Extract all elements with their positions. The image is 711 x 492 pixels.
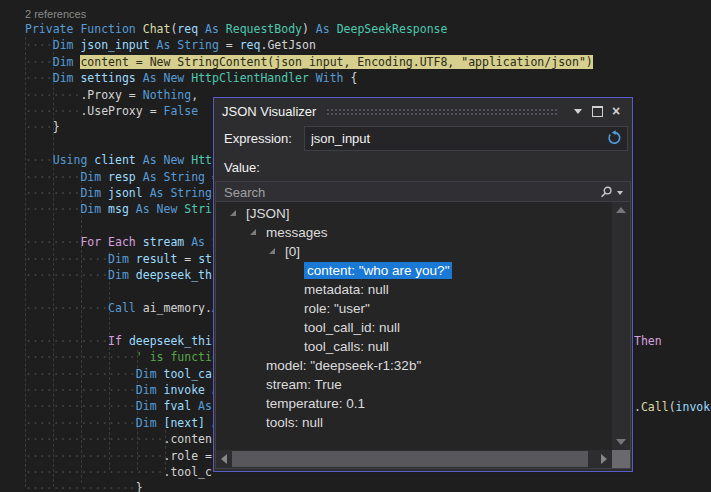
code-token: Stri [184, 202, 212, 216]
horizontal-scroll-thumb[interactable] [232, 451, 588, 467]
expression-field-wrap [304, 126, 628, 151]
tree-item-label: stream: True [266, 377, 342, 392]
expression-input[interactable] [305, 131, 607, 146]
code-token: stream [143, 235, 191, 249]
close-glyph: × [612, 104, 620, 118]
code-token: } [53, 120, 60, 134]
code-token: DeepSeekResponse [337, 22, 448, 36]
code-line-fragment[interactable]: .Call(invoke [634, 399, 711, 415]
code-token: Using [53, 153, 95, 167]
code-token: As [150, 186, 171, 200]
code-token: Dim [108, 268, 136, 282]
tree-item-label: model: "deepseek-r1:32b" [266, 358, 421, 373]
code-token: Dim [53, 71, 81, 85]
code-line[interactable]: ····Dim content = New StringContent(json… [25, 54, 593, 70]
tree-item[interactable]: tool_call_id: null [216, 318, 630, 337]
code-token: deepseek_thi [136, 268, 219, 282]
titlebar-drag-dots [326, 107, 557, 116]
code-token: settings [80, 71, 142, 85]
whitespace-dots: ················ [25, 416, 136, 430]
whitespace-dots: ············ [25, 268, 108, 282]
tree-item-label: metadata: null [304, 282, 389, 297]
scroll-down-icon[interactable] [616, 439, 626, 445]
tree-item[interactable]: content: "who are you?" [216, 261, 630, 280]
dialog-titlebar[interactable]: JSON Visualizer × [214, 98, 632, 124]
code-token: As [157, 38, 178, 52]
code-token: json_input [80, 38, 156, 52]
code-token: String [164, 170, 212, 184]
tree-item[interactable]: metadata: null [216, 280, 630, 299]
horizontal-scrollbar[interactable] [216, 450, 612, 468]
code-token: If [108, 334, 129, 348]
tree-item[interactable]: model: "deepseek-r1:32b" [216, 356, 630, 375]
code-token: req [177, 22, 205, 36]
vertical-scrollbar[interactable] [612, 202, 630, 450]
json-tree: [JSON]messages[0]content: "who are you?"… [215, 201, 631, 469]
code-line[interactable]: ····Dim settings As New HttpClientHandle… [25, 70, 593, 86]
code-token: As [316, 22, 337, 36]
tree-item[interactable]: messages [216, 223, 630, 242]
code-token: Dim [80, 170, 108, 184]
code-token: Then [634, 334, 662, 348]
code-token: ) [302, 22, 316, 36]
code-line[interactable]: ····Dim json_input As String = req.GetJs… [25, 37, 593, 53]
code-token: Dim [53, 55, 81, 69]
close-icon[interactable]: × [608, 103, 624, 119]
code-token: .UseProxy = [80, 104, 163, 118]
maximize-icon[interactable] [589, 103, 605, 119]
code-token: String [170, 186, 212, 200]
expanded-triangle-icon[interactable] [230, 210, 236, 216]
code-line[interactable]: Private Function Chat(req As RequestBody… [25, 21, 593, 37]
code-token: For Each [80, 235, 142, 249]
tree-item-label: messages [266, 225, 328, 240]
code-token: ' is functio [136, 350, 219, 364]
code-line-fragment[interactable]: Then [634, 333, 662, 349]
tree-item[interactable]: stream: True [216, 375, 630, 394]
tree-item[interactable]: role: "user" [216, 299, 630, 318]
tree-item-label: tools: null [266, 415, 323, 430]
code-line[interactable]: ················} [25, 480, 593, 492]
value-label: Value: [224, 160, 260, 175]
tree-item[interactable]: [0] [216, 242, 630, 261]
code-token: False [163, 104, 198, 118]
code-token: Call [108, 301, 143, 315]
code-token: = [226, 38, 240, 52]
whitespace-dots: ················ [25, 481, 136, 492]
code-token: fval [163, 399, 198, 413]
code-token: Chat [143, 22, 171, 36]
whitespace-dots: ················ [25, 367, 136, 381]
whitespace-dots: ········ [25, 88, 80, 102]
tree-rows: [JSON]messages[0]content: "who are you?"… [216, 202, 630, 432]
tree-item[interactable]: temperature: 0.1 [216, 394, 630, 413]
tree-item[interactable]: [JSON] [216, 204, 630, 223]
code-token: Dim [80, 186, 108, 200]
code-token: As [136, 202, 157, 216]
window-position-menu-icon[interactable] [570, 103, 586, 119]
code-token: client [94, 153, 142, 167]
search-options-caret-icon[interactable] [617, 191, 623, 195]
tree-item[interactable]: tools: null [216, 413, 630, 432]
code-token: content = New StringContent(json_input, … [80, 55, 592, 69]
code-token: As [205, 22, 226, 36]
refresh-icon[interactable] [607, 130, 623, 146]
code-token: , [191, 88, 198, 102]
whitespace-dots: ············ [25, 334, 108, 348]
search-icon[interactable] [600, 186, 613, 199]
code-token: invoke [676, 400, 711, 414]
scroll-left-icon[interactable] [221, 454, 227, 464]
scroll-up-icon[interactable] [616, 207, 626, 213]
whitespace-dots: ············ [25, 252, 108, 266]
code-token: New [164, 153, 192, 167]
code-token: ai_memory.A [143, 301, 219, 315]
expanded-triangle-icon[interactable] [269, 248, 275, 254]
expanded-triangle-icon[interactable] [250, 229, 256, 235]
search-input[interactable] [216, 185, 600, 200]
whitespace-dots: ········ [25, 235, 80, 249]
codelens-references[interactable]: 2 references [25, 7, 593, 21]
code-token: tool_cal [163, 367, 218, 381]
tree-item[interactable]: tool_calls: null [216, 337, 630, 356]
code-token: As [143, 71, 164, 85]
code-token: . [634, 400, 641, 414]
scroll-right-icon[interactable] [601, 454, 607, 464]
whitespace-dots: ···· [25, 38, 53, 52]
